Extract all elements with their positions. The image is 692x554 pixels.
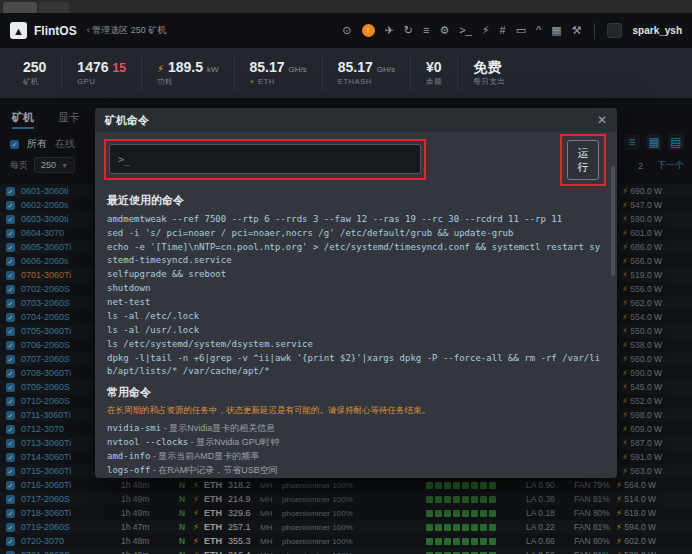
recent-command-item[interactable]: shutdown bbox=[107, 282, 605, 295]
stat-number: 1476 bbox=[77, 60, 108, 74]
stat-number: 250 bbox=[23, 60, 46, 74]
flintos-logo-icon: ▲ bbox=[10, 22, 27, 39]
terminal-prompt-icon: >_ bbox=[118, 154, 130, 165]
modal-body: >_ 运行 最近使用的命令 amdmemtweak --ref 7500 --r… bbox=[95, 132, 617, 478]
stat-label-text: 余额 bbox=[426, 77, 442, 87]
stat-label: GPU bbox=[77, 77, 126, 86]
recent-command-item[interactable]: ls -al /etc/.lock bbox=[107, 310, 605, 323]
long-task-warning: 在长周期的和占资源的任务中，状态更新延迟是有可能的。请保持耐心等待任务结束。 bbox=[107, 405, 605, 417]
stat-label: 余额 bbox=[426, 77, 442, 87]
command-description: - 显示Nvidia显卡的相关信息 bbox=[161, 423, 275, 433]
command-input[interactable] bbox=[136, 154, 412, 165]
command-description: - 显示Nvidia GPU时钟 bbox=[188, 437, 279, 447]
stat-miners: 250矿机 bbox=[8, 56, 61, 90]
stat-unit: GH/s bbox=[289, 66, 307, 74]
stat-value: 250 bbox=[23, 60, 46, 74]
stat-label-text: 功耗 bbox=[157, 77, 173, 87]
recent-command-item[interactable]: selfupgrade && sreboot bbox=[107, 268, 605, 281]
command-text: amd-info bbox=[107, 451, 150, 461]
recent-command-item[interactable]: dpkg -l|tail -n +6|grep -v ^ii|awk '{pri… bbox=[107, 352, 605, 378]
flash-icon[interactable]: ⚡ bbox=[482, 25, 490, 36]
browser-tab[interactable] bbox=[3, 2, 37, 13]
modal-title: 矿机命令 bbox=[105, 113, 149, 128]
stat-balance: ¥0余额 bbox=[410, 56, 457, 90]
terminal-icon[interactable]: >_ bbox=[459, 25, 472, 36]
common-commands-title: 常用命令 bbox=[107, 385, 605, 400]
stat-number: ¥0 bbox=[426, 60, 442, 74]
stats-bar: 250矿机147615GPU⚡189.5kW功耗85.17GH/s⚡ETH85.… bbox=[0, 48, 692, 98]
avatar[interactable] bbox=[607, 23, 622, 38]
browser-tab-strip bbox=[0, 0, 692, 13]
settings-icon[interactable]: ⚙ bbox=[439, 25, 449, 36]
stat-label: 功耗 bbox=[157, 77, 219, 87]
recent-command-item[interactable]: amdmemtweak --ref 7500 --rtp 6 --rrds 3 … bbox=[107, 213, 605, 226]
recent-command-item[interactable]: echo -e '[Time]\nNTP=cn.pool.ntp.org' > … bbox=[107, 241, 605, 267]
recent-commands-list: amdmemtweak --ref 7500 --rtp 6 --rrds 3 … bbox=[107, 213, 605, 378]
browser-tab[interactable] bbox=[39, 2, 69, 13]
stat-label: 每日支出 bbox=[473, 77, 505, 87]
modal-scrollbar[interactable] bbox=[611, 166, 615, 276]
stat-number: 85.17 bbox=[338, 60, 373, 74]
recent-command-item[interactable]: ls -al /usr/.lock bbox=[107, 324, 605, 337]
grid-icon[interactable]: ▦ bbox=[551, 25, 561, 36]
stat-unit: kW bbox=[207, 66, 219, 74]
stat-value: 147615 bbox=[77, 60, 126, 74]
display-icon[interactable]: ▭ bbox=[516, 25, 526, 36]
stat-value: 85.17GH/s bbox=[250, 60, 307, 74]
command-description: - 显示当前AMD显卡的频率 bbox=[150, 451, 259, 461]
refresh-icon[interactable]: ↻ bbox=[404, 25, 413, 36]
common-command-item[interactable]: nvidia-smi - 显示Nvidia显卡的相关信息 bbox=[107, 422, 605, 435]
stat-number: 免费 bbox=[473, 60, 501, 74]
command-text: logs-off bbox=[107, 465, 150, 475]
stat-label: ⚡ETH bbox=[250, 77, 307, 86]
stat-value: ⚡189.5kW bbox=[157, 60, 219, 74]
stat-gpu: 147615GPU bbox=[61, 56, 141, 90]
upgrade-icon[interactable]: ↑ bbox=[362, 24, 375, 37]
common-commands-list: nvidia-smi - 显示Nvidia显卡的相关信息nvtool --clo… bbox=[107, 422, 605, 477]
stat-alert-count: 15 bbox=[113, 62, 126, 74]
run-button[interactable]: 运行 bbox=[567, 140, 599, 180]
header-icons: ⊙↑✈↻≡⚙>_⚡#▭^▦⚒ bbox=[342, 24, 581, 37]
stat-daily: 免费每日支出 bbox=[457, 56, 520, 90]
stat-value: ¥0 bbox=[426, 60, 442, 74]
breadcrumb[interactable]: ‹ 管理选区 250 矿机 bbox=[87, 24, 167, 37]
app-brand: FlintOS bbox=[34, 24, 77, 38]
stat-number: 85.17 bbox=[250, 60, 285, 74]
stat-value: 85.17GH/s bbox=[338, 60, 395, 74]
stat-label-text: GPU bbox=[77, 77, 95, 86]
stat-label-text: ETH bbox=[258, 77, 275, 86]
recent-commands-title: 最近使用的命令 bbox=[107, 193, 605, 208]
stat-label-text: 矿机 bbox=[23, 77, 39, 87]
recent-command-item[interactable]: net-test bbox=[107, 296, 605, 309]
stat-unit: GH/s bbox=[377, 66, 395, 74]
caret-up-icon[interactable]: ^ bbox=[536, 25, 541, 36]
stat-label-text: 每日支出 bbox=[473, 77, 505, 87]
stat-number: 189.5 bbox=[168, 60, 203, 74]
command-text: nvtool --clocks bbox=[107, 437, 188, 447]
recent-command-item[interactable]: ls /etc/systemd/system/dsystem.service bbox=[107, 338, 605, 351]
command-input-row: >_ 运行 bbox=[107, 138, 605, 186]
command-text: nvidia-smi bbox=[107, 423, 161, 433]
common-command-item[interactable]: nvtool --clocks - 显示Nvidia GPU时钟 bbox=[107, 436, 605, 449]
miner-command-modal: 矿机命令 ✕ >_ 运行 最近使用的命令 amdmemtweak --ref 7… bbox=[95, 108, 617, 478]
stat-label: ETHASH bbox=[338, 77, 395, 86]
wrench-icon[interactable]: ⚒ bbox=[572, 25, 582, 36]
stat-label-text: ETHASH bbox=[338, 77, 372, 86]
app-header: ▲ FlintOS ‹ 管理选区 250 矿机 ⊙↑✈↻≡⚙>_⚡#▭^▦⚒ s… bbox=[0, 13, 692, 48]
stat-label: 矿机 bbox=[23, 77, 46, 87]
modal-header: 矿机命令 ✕ bbox=[95, 108, 617, 132]
rocket-icon[interactable]: ✈ bbox=[385, 25, 394, 36]
header-divider bbox=[594, 23, 595, 39]
hash-icon[interactable]: # bbox=[500, 25, 506, 36]
command-description: - 在RAM中记录，节省USB空间 bbox=[150, 465, 278, 475]
stat-value: 免费 bbox=[473, 60, 505, 74]
common-command-item[interactable]: amd-info - 显示当前AMD显卡的频率 bbox=[107, 450, 605, 463]
tune-icon[interactable]: ≡ bbox=[423, 25, 429, 36]
recent-command-item[interactable]: sed -i 's/ pci=noaer / pci=noaer,nocrs /… bbox=[107, 227, 605, 240]
username[interactable]: spark_ysh bbox=[633, 25, 682, 36]
stat-ethash: 85.17GH/sETHASH bbox=[322, 56, 410, 90]
power-icon[interactable]: ⊙ bbox=[342, 25, 351, 36]
common-command-item[interactable]: logs-off - 在RAM中记录，节省USB空间 bbox=[107, 464, 605, 477]
command-input-wrap: >_ bbox=[109, 144, 421, 174]
close-icon[interactable]: ✕ bbox=[597, 113, 607, 127]
